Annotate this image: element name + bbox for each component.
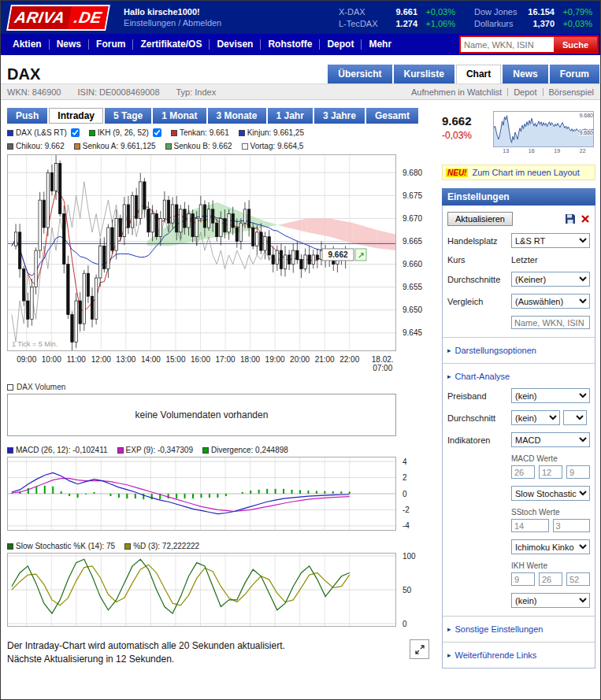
nav-item-mehr[interactable]: Mehr (362, 39, 399, 50)
svg-text:09:00: 09:00 (17, 355, 36, 364)
svg-text:-4: -4 (403, 521, 410, 530)
series-color-swatch (7, 143, 13, 150)
vergleich-search-input[interactable] (511, 316, 590, 329)
svg-text:15:00: 15:00 (165, 355, 185, 364)
macd-param-3-input[interactable] (566, 465, 590, 479)
search-button[interactable]: Suche (554, 37, 597, 52)
sstoch-werte-row: SStoch Werte (447, 508, 590, 532)
tab-uebersicht[interactable]: Übersicht (328, 65, 391, 83)
nav-item-aktien[interactable]: Aktien (6, 39, 50, 50)
wkn-value: WKN: 846900 (7, 87, 61, 97)
vergleich-label: Vergleich (447, 297, 483, 306)
sstoch-param-2-input[interactable] (553, 519, 591, 532)
link-sonstige-einstellungen[interactable]: ▸ Sonstige Einstellungen (447, 624, 590, 634)
sstoch-param-1-input[interactable] (511, 519, 549, 532)
preisband-select[interactable]: (kein) (511, 388, 590, 403)
series-color-swatch (117, 447, 124, 454)
tab-forum[interactable]: Forum (550, 65, 599, 83)
meta-link-depot[interactable]: Depot (514, 87, 536, 97)
period-tab-5-tage[interactable]: 5 Tage (105, 108, 151, 124)
link-weiterfuehrende-links[interactable]: ▸ Weiterführende Links (447, 650, 590, 660)
nav-item-forum[interactable]: Forum (89, 39, 133, 50)
period-tab-gesamt[interactable]: Gesamt (366, 108, 418, 124)
period-tab-1-jahr[interactable]: 1 Jahr (268, 108, 313, 124)
logo-text: ARIVA (8, 6, 71, 29)
nav-item-zertifikate-os[interactable]: Zertifikate/OS (133, 39, 210, 50)
period-tab-1-monat[interactable]: 1 Monat (153, 108, 206, 124)
ikh-param-2-input[interactable] (539, 572, 562, 586)
site-header: ARIVA.DE Hallo kirsche1000! Einstellunge… (1, 1, 600, 34)
indikator-2-select[interactable]: Slow Stochastic (511, 486, 590, 501)
indikator-4-select[interactable]: (kein) (511, 593, 590, 608)
tab-kursliste[interactable]: Kursliste (394, 65, 454, 83)
main-price-chart[interactable]: 9.6459.6509.6559.6609.6659.6709.6759.680… (7, 154, 439, 373)
svg-text:10:00: 10:00 (42, 355, 61, 364)
indikatoren-label: Indikatoren (447, 435, 490, 445)
period-tab-3-jahre[interactable]: 3 Jahre (314, 108, 365, 124)
durchschnitt-label: Durchschnitt (447, 413, 495, 423)
legend-label: Vortag: 9.664,5 (250, 142, 304, 150)
legend-label: Chikou: 9.662 (16, 142, 65, 150)
mini-chart-wrap: 9.680 9.660 13161922 (493, 111, 595, 154)
durchschnitte-label: Durchschnitte (447, 275, 500, 284)
svg-text:9.650: 9.650 (403, 306, 422, 314)
new-layout-link[interactable]: Zum Chart im neuen Layout (472, 168, 579, 177)
svg-text:18.02.: 18.02. (372, 355, 394, 364)
nav-item-depot[interactable]: Depot (320, 39, 362, 50)
svg-text:9.665: 9.665 (403, 237, 422, 246)
search-input[interactable] (461, 37, 554, 52)
nav-item-rohstoffe[interactable]: Rohstoffe (261, 39, 320, 50)
svg-text:19:00: 19:00 (265, 355, 285, 364)
chart-column: PushIntraday5 Tage1 Monat3 Monate1 Jahr3… (1, 100, 439, 669)
fullscreen-button[interactable] (410, 639, 429, 659)
svg-text:16:00: 16:00 (191, 355, 210, 364)
ikh-param-1-input[interactable] (511, 572, 535, 586)
series-toggle-checkbox[interactable] (71, 128, 80, 137)
indikator-1-select[interactable]: MACD (511, 432, 590, 447)
meta-link-boersenspiel[interactable]: Börsenspiel (549, 87, 594, 97)
nav-item-devisen[interactable]: Devisen (210, 39, 261, 50)
nav-item-news[interactable]: News (50, 39, 89, 50)
period-tab-push[interactable]: Push (7, 108, 47, 124)
durchschnitt-extra-select[interactable] (563, 410, 587, 425)
account-links[interactable]: Einstellungen / Abmelden (124, 17, 221, 28)
ticker-ltecdax[interactable]: L-TecDAX 1.274 +1,06% (339, 18, 455, 29)
macd-param-2-input[interactable] (539, 465, 562, 479)
sstoch-werte-label: SStoch Werte (511, 508, 560, 517)
handelsplatz-select[interactable]: L&S RT (511, 233, 590, 248)
tab-news[interactable]: News (503, 65, 547, 83)
save-icon[interactable] (565, 213, 576, 224)
meta-link-aufnehmen-in-watchlist[interactable]: Aufnehmen in Watchlist (411, 87, 502, 97)
series-color-swatch (7, 130, 13, 136)
stochastic-legend: Slow Stochastic %K (14): 75%D (3): 72,22… (7, 542, 439, 550)
settings-header: Einstellungen (442, 188, 595, 206)
series-toggle-checkbox[interactable] (153, 128, 161, 137)
ariva-logo[interactable]: ARIVA.DE (6, 5, 110, 31)
tab-chart[interactable]: Chart (456, 65, 501, 83)
update-button[interactable]: Aktualisieren (447, 212, 513, 226)
macd-param-1-input[interactable] (511, 465, 535, 479)
svg-text:17:00: 17:00 (216, 355, 236, 364)
indikator-3-select[interactable]: Ichimoku Kinko (511, 539, 590, 554)
ticker-xdax[interactable]: X-DAX 9.661 +0,03% (339, 6, 455, 17)
ticker-dollarkurs[interactable]: Dollarkurs 1,370 +0,03% (474, 18, 592, 29)
ticker-dowjones[interactable]: Dow Jones 16.154 +0,79% (474, 6, 592, 17)
ikh-param-3-input[interactable] (566, 572, 590, 586)
kurs-value: Letzter (511, 255, 538, 265)
link-chart-analyse[interactable]: ▸ Chart-Analyse (447, 372, 590, 381)
page-title: DAX (7, 65, 40, 83)
link-darstellungsoptionen[interactable]: ▸ Darstellungsoptionen (447, 346, 590, 355)
svg-text:50: 50 (403, 586, 412, 594)
indikator-2-row: Slow Stochastic (447, 486, 590, 501)
chevron-right-icon: ▸ (447, 651, 451, 659)
close-icon[interactable] (581, 214, 590, 224)
vergleich-select[interactable]: (Auswählen) (511, 294, 590, 309)
durchschnitt-select[interactable]: (kein) (511, 410, 560, 425)
legend-item: Vortag: 9.664,5 (242, 142, 304, 150)
legend-label: Senkou B: 9.662 (174, 142, 232, 150)
durchschnitte-select[interactable]: (Keiner) (511, 272, 590, 287)
separator (507, 88, 508, 96)
period-tab-3-monate[interactable]: 3 Monate (208, 108, 266, 124)
divider (443, 363, 595, 364)
period-tab-intraday[interactable]: Intraday (49, 108, 103, 124)
